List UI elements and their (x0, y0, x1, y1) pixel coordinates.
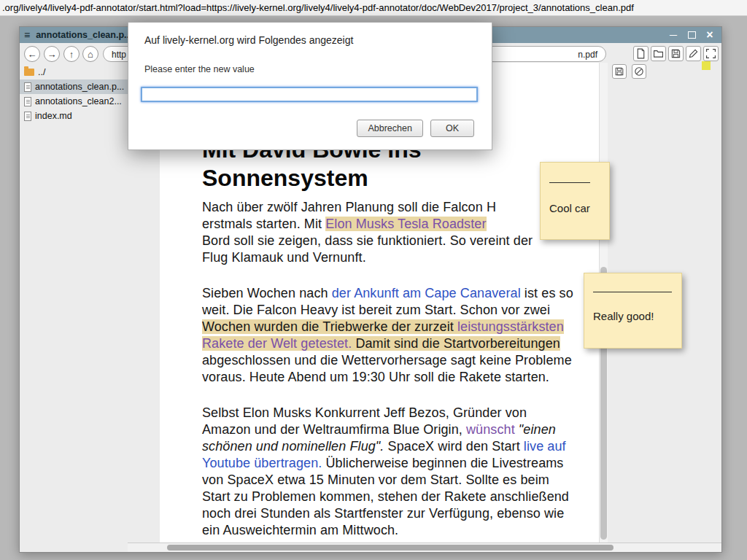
text-line: abgeschlossen und die Wettervorhersage s… (202, 352, 596, 369)
text: abgeschlossen und die Wettervorhersage s… (202, 353, 572, 368)
cancel-icon (633, 66, 645, 77)
text: Selbst Elon Musks Konkurrent Jeff Bezos,… (202, 405, 527, 420)
minimize-button[interactable]: ─ (668, 30, 678, 40)
doc-body: Nach über zwölf Jahren Planung soll die … (202, 199, 596, 539)
paragraph: Nach über zwölf Jahren Planung soll die … (202, 199, 596, 266)
text-line: Nach über zwölf Jahren Planung soll die … (202, 199, 596, 216)
link[interactable]: live auf (524, 439, 566, 454)
save-icon (670, 47, 682, 60)
text-line: Start zu Problemen kommen, stehen der Ra… (202, 489, 596, 505)
edit-button[interactable] (686, 46, 701, 61)
maximize-button[interactable] (686, 30, 697, 40)
open-folder-button[interactable] (651, 46, 666, 61)
window-controls: ─ × (668, 30, 717, 40)
expand-button[interactable] (703, 46, 719, 61)
toolbar-icon-group (633, 46, 719, 61)
text: Nach über zwölf Jahren Planung soll die … (202, 200, 496, 214)
new-file-icon (635, 47, 647, 60)
save-annotations-button[interactable] (612, 64, 627, 79)
text: ein Ausweichtermin am Mittwoch. (202, 523, 398, 537)
ok-button[interactable]: OK (430, 120, 474, 137)
forward-button[interactable]: → (44, 46, 60, 62)
dialog-input[interactable] (141, 87, 478, 102)
text: erstmals starten. Mit (202, 217, 325, 231)
text-line: weit. Die Falcon Heavy ist bereit zum St… (202, 302, 596, 319)
file-label: ../ (38, 67, 45, 77)
paragraph: Sieben Wochen nach der Ankunft am Cape C… (202, 285, 596, 386)
text: ist es so (521, 286, 573, 300)
pencil-icon (687, 47, 700, 60)
text: weit. Die Falcon Heavy ist bereit zum St… (202, 303, 550, 317)
save-button[interactable] (668, 46, 684, 61)
home-button[interactable]: ⌂ (82, 46, 98, 62)
text-line: schönen und nominellen Flug". SpaceX wir… (202, 438, 596, 455)
text: Bord soll sie zeigen, dass sie funktioni… (202, 233, 533, 248)
expand-icon (705, 47, 717, 60)
text: Amazon und der Weltraumfirma Blue Origin… (202, 422, 466, 437)
text-line: Sieben Wochen nach der Ankunft am Cape C… (202, 285, 596, 302)
window-title: annotations_clean.p... (36, 30, 131, 40)
visited-link[interactable]: wünscht (466, 422, 515, 437)
text-line: Flug Klamauk und Vernunft. (202, 249, 596, 266)
text-line: Bord soll sie zeigen, dass sie funktioni… (202, 233, 596, 249)
file-item[interactable]: annotations_clean.p... (20, 79, 128, 94)
folder-icon (652, 47, 665, 60)
dialog-title: Auf lively-kernel.org wird Folgendes ang… (144, 34, 353, 46)
text: Flug Klamauk und Vernunft. (202, 250, 366, 265)
sticky-note[interactable]: Cool car (540, 162, 610, 240)
file-label: annotations_clean2... (35, 96, 122, 106)
text-line: von SpaceX etwa 15 Minuten vor dem Start… (202, 472, 596, 489)
dialog-buttons: Abbrechen OK (357, 120, 474, 137)
horizontal-scrollbar-thumb[interactable] (167, 545, 614, 551)
highlighted-link[interactable]: Rakete der Welt getestet. (202, 336, 352, 351)
horizontal-scrollbar[interactable] (128, 542, 721, 552)
close-button[interactable]: × (705, 30, 715, 40)
text: Sieben Wochen nach (202, 286, 332, 300)
folder-icon (24, 69, 34, 76)
text-line: Wochen wurden die Triebwerke der zurzeit… (202, 319, 596, 335)
url-text-end: n.pdf (578, 50, 597, 60)
back-button[interactable]: ← (24, 46, 40, 62)
text: SpaceX wird den Start (384, 439, 523, 454)
file-icon (24, 97, 31, 106)
browser-address-bar[interactable]: .org/lively4/lively4-pdf-annotator/start… (0, 0, 747, 16)
file-label: annotations_clean.p... (35, 82, 124, 92)
text: von SpaceX etwa 15 Minuten vor dem Start… (202, 472, 549, 487)
alert-dialog: Auf lively-kernel.org wird Folgendes ang… (128, 22, 492, 150)
text-line: Youtube übertragen. Üblicherweise beginn… (202, 455, 596, 472)
file-item[interactable]: ../ (20, 65, 128, 79)
new-file-button[interactable] (633, 46, 649, 61)
italic-text: schönen und nominellen Flug". (202, 439, 384, 454)
file-item[interactable]: annotations_clean2... (20, 94, 128, 109)
link[interactable]: Youtube übertragen. (202, 456, 322, 470)
up-button[interactable]: ↑ (63, 46, 80, 62)
maximize-icon (688, 31, 696, 39)
text: Start zu Problemen kommen, stehen der Ra… (202, 489, 569, 504)
text: Üblicherweise beginnen die Livestreams (322, 456, 563, 470)
browser-url-text: .org/lively4/lively4-pdf-annotator/start… (0, 0, 747, 15)
cancel-button[interactable]: Abbrechen (357, 120, 422, 137)
highlighted-link[interactable]: Elon Musks Tesla Roadster (325, 217, 486, 231)
text-line: erstmals starten. Mit Elon Musks Tesla R… (202, 216, 596, 233)
note-rule-line (549, 182, 590, 183)
text-line: noch drei Stunden als Startfenster zur V… (202, 505, 596, 522)
note-rule-line (593, 292, 672, 292)
link[interactable]: der Ankunft am Cape Canaveral (332, 286, 521, 300)
cancel-annotation-button[interactable] (632, 64, 646, 79)
note-text: Really good! (593, 310, 654, 322)
file-item[interactable]: index.md (20, 109, 128, 123)
text-line: ein Ausweichtermin am Mittwoch. (202, 522, 596, 539)
menu-icon[interactable]: ≡ (24, 29, 30, 41)
text-line: voraus. Heute Abend um 19:30 Uhr soll di… (202, 369, 596, 386)
pdf-document: Mit David Bowie insSonnensystem Nach übe… (202, 136, 596, 539)
yellow-marker (702, 61, 711, 70)
highlighted-link[interactable]: leistungsstärksten (457, 319, 564, 334)
sticky-note[interactable]: Really good! (584, 273, 682, 349)
highlight-annotation[interactable]: Damit sind die Startvorbereitungen (352, 336, 560, 351)
file-icon (24, 82, 31, 92)
text-line: Selbst Elon Musks Konkurrent Jeff Bezos,… (202, 405, 596, 421)
url-text-start: http (112, 50, 126, 60)
text: voraus. Heute Abend um 19:30 Uhr soll di… (202, 370, 549, 384)
file-list: ../annotations_clean.p...annotations_cle… (20, 65, 128, 123)
highlight-annotation[interactable]: Wochen wurden die Triebwerke der zurzeit (202, 319, 457, 334)
